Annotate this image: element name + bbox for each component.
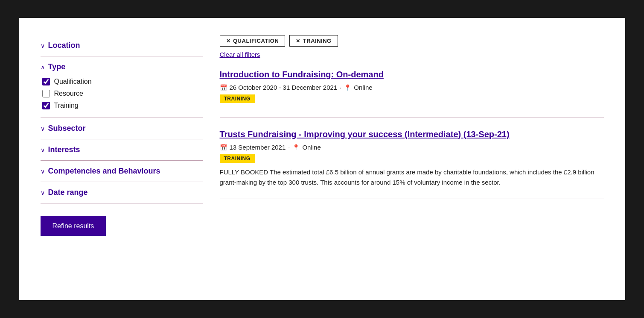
location-icon-1: 📍: [344, 84, 351, 91]
active-filter-training-label: TRAINING: [303, 38, 332, 44]
filter-interests-label: Interests: [48, 145, 80, 154]
active-filter-qualification-label: QUALIFICATION: [233, 38, 279, 44]
chevron-icon-competencies: ∨: [41, 168, 45, 175]
calendar-icon-1: 📅: [220, 84, 227, 91]
filter-competencies-header[interactable]: ∨ Competencies and Behaviours: [41, 167, 203, 176]
checkbox-training[interactable]: [42, 102, 50, 109]
result-badge-2: TRAINING: [220, 154, 255, 163]
filter-subsector-label: Subsector: [48, 124, 86, 133]
main-content: ✕ QUALIFICATION ✕ TRAINING Clear all fil…: [220, 35, 604, 283]
result-date-2: 13 September 2021: [230, 144, 286, 151]
filter-location-label: Location: [48, 41, 80, 50]
refine-results-button[interactable]: Refine results: [41, 216, 106, 236]
filter-section-type: ∧ Type Qualification Resource Training: [41, 56, 203, 118]
result-meta-1: 📅 26 October 2020 - 31 December 2021 · 📍…: [220, 84, 604, 91]
filter-item-training[interactable]: Training: [42, 100, 203, 112]
filter-subsector-header[interactable]: ∨ Subsector: [41, 124, 203, 133]
active-filters: ✕ QUALIFICATION ✕ TRAINING: [220, 35, 604, 47]
filter-type-items: Qualification Resource Training: [41, 71, 203, 112]
dot-separator-1: ·: [340, 84, 341, 91]
result-meta-2: 📅 13 September 2021 · 📍 Online: [220, 144, 604, 151]
result-title-1[interactable]: Introduction to Fundraising: On-demand: [220, 68, 604, 80]
filter-item-training-label: Training: [54, 102, 79, 109]
filter-section-subsector: ∨ Subsector: [41, 118, 203, 139]
result-description-2: FULLY BOOKED The estimated total £6.5 bi…: [220, 167, 604, 188]
filter-competencies-label: Competencies and Behaviours: [48, 167, 160, 176]
active-filter-training[interactable]: ✕ TRAINING: [289, 35, 338, 47]
result-item-2: Trusts Fundraising - Improving your succ…: [220, 118, 604, 198]
checkbox-qualification[interactable]: [42, 78, 50, 85]
calendar-icon-2: 📅: [220, 144, 227, 151]
result-location-2: Online: [302, 144, 321, 151]
filter-section-daterange: ∨ Date range: [41, 182, 203, 203]
filter-item-resource[interactable]: Resource: [42, 88, 203, 100]
filter-interests-header[interactable]: ∨ Interests: [41, 145, 203, 154]
dot-separator-2: ·: [288, 144, 290, 151]
chevron-icon-type: ∧: [41, 64, 45, 71]
filter-item-qualification[interactable]: Qualification: [42, 76, 203, 88]
filter-section-interests: ∨ Interests: [41, 139, 203, 161]
checkbox-resource[interactable]: [42, 90, 50, 97]
filter-section-competencies: ∨ Competencies and Behaviours: [41, 161, 203, 182]
chevron-icon-location: ∨: [41, 42, 45, 49]
chevron-icon-interests: ∨: [41, 147, 45, 153]
result-date-1: 26 October 2020 - 31 December 2021: [230, 84, 338, 91]
page-container: ∨ Location ∧ Type Qualification Resource: [19, 18, 625, 300]
sidebar: ∨ Location ∧ Type Qualification Resource: [41, 35, 203, 283]
filter-section-location: ∨ Location: [41, 35, 203, 56]
filter-location-header[interactable]: ∨ Location: [41, 41, 203, 50]
close-icon-qualification: ✕: [226, 38, 231, 44]
location-icon-2: 📍: [292, 144, 300, 151]
filter-item-resource-label: Resource: [54, 90, 83, 97]
result-badge-1: TRAINING: [220, 94, 255, 103]
result-title-2[interactable]: Trusts Fundraising - Improving your succ…: [220, 128, 604, 140]
result-location-1: Online: [354, 84, 372, 91]
chevron-icon-daterange: ∨: [41, 189, 45, 196]
close-icon-training: ✕: [296, 38, 300, 44]
chevron-icon-subsector: ∨: [41, 125, 45, 132]
filter-type-header[interactable]: ∧ Type: [41, 62, 203, 71]
result-item-1: Introduction to Fundraising: On-demand 📅…: [220, 58, 604, 118]
filter-daterange-label: Date range: [48, 188, 88, 197]
filter-daterange-header[interactable]: ∨ Date range: [41, 188, 203, 197]
active-filter-qualification[interactable]: ✕ QUALIFICATION: [220, 35, 286, 47]
filter-type-label: Type: [48, 62, 66, 71]
clear-all-filters-link[interactable]: Clear all filters: [220, 51, 604, 58]
filter-item-qualification-label: Qualification: [54, 78, 92, 85]
